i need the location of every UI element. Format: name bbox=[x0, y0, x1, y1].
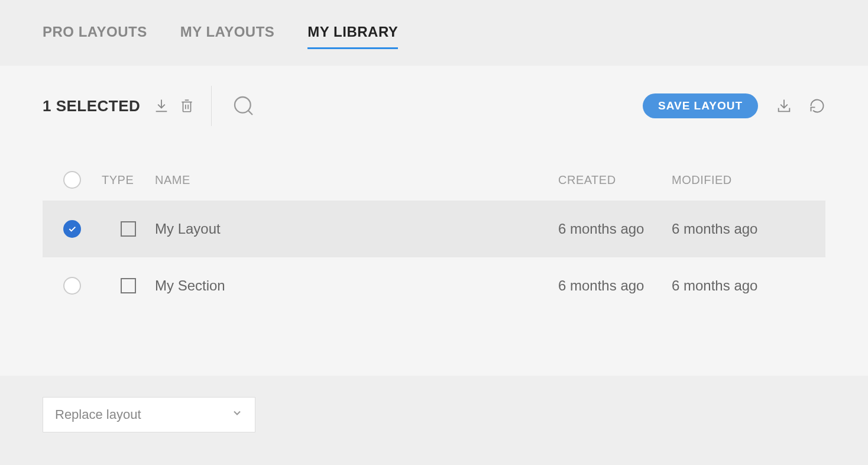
layout-type-icon bbox=[121, 221, 136, 237]
select-all-checkbox[interactable] bbox=[63, 171, 81, 189]
table-header: TYPE NAME CREATED MODIFIED bbox=[43, 159, 825, 201]
footer: Replace layout bbox=[0, 376, 868, 454]
row-modified: 6 months ago bbox=[672, 277, 825, 294]
table-row[interactable]: My Layout 6 months ago 6 months ago bbox=[43, 201, 825, 257]
row-name: My Layout bbox=[155, 221, 558, 237]
row-created: 6 months ago bbox=[558, 221, 672, 237]
col-type: TYPE bbox=[102, 173, 155, 187]
save-layout-button[interactable]: SAVE LAYOUT bbox=[643, 93, 758, 118]
toolbar-divider bbox=[211, 86, 212, 126]
tab-my-layouts[interactable]: MY LAYOUTS bbox=[180, 24, 275, 49]
tab-pro-layouts[interactable]: PRO LAYOUTS bbox=[43, 24, 147, 49]
row-checkbox[interactable] bbox=[63, 220, 81, 238]
action-select[interactable]: Replace layout bbox=[43, 397, 255, 432]
tabs-bar: PRO LAYOUTS MY LAYOUTS MY LIBRARY bbox=[0, 0, 868, 66]
col-modified: MODIFIED bbox=[672, 173, 825, 187]
col-name: NAME bbox=[155, 173, 558, 187]
table-row[interactable]: My Section 6 months ago 6 months ago bbox=[43, 257, 825, 314]
selected-count-label: 1 SELECTED bbox=[43, 97, 140, 115]
col-created: CREATED bbox=[558, 173, 672, 187]
row-checkbox[interactable] bbox=[63, 277, 81, 295]
refresh-icon[interactable] bbox=[809, 98, 825, 114]
download-icon[interactable] bbox=[153, 98, 170, 114]
chevron-down-icon bbox=[231, 407, 243, 422]
toolbar: 1 SELECTED SAVE LAYOUT bbox=[0, 88, 868, 124]
svg-point-0 bbox=[235, 97, 251, 113]
layouts-table: TYPE NAME CREATED MODIFIED My Layout 6 m… bbox=[0, 159, 868, 314]
search-icon[interactable] bbox=[232, 94, 255, 118]
layout-type-icon bbox=[121, 278, 136, 293]
import-icon[interactable] bbox=[776, 98, 792, 114]
content-area: 1 SELECTED SAVE LAYOUT bbox=[0, 66, 868, 376]
row-name: My Section bbox=[155, 277, 558, 294]
trash-icon[interactable] bbox=[179, 97, 195, 115]
row-modified: 6 months ago bbox=[672, 221, 825, 237]
tab-my-library[interactable]: MY LIBRARY bbox=[307, 24, 398, 49]
select-value: Replace layout bbox=[55, 407, 141, 422]
row-created: 6 months ago bbox=[558, 277, 672, 294]
